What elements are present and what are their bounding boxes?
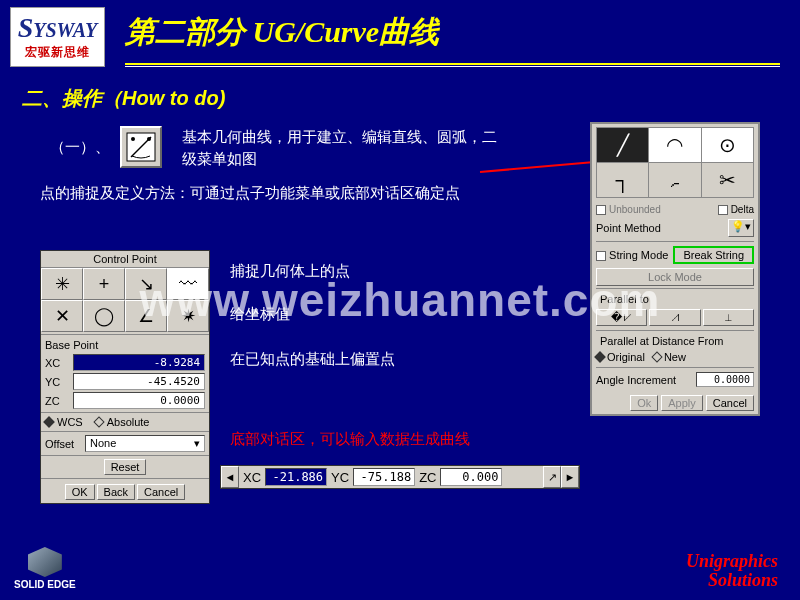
logo-top: SYSWAY: [18, 12, 98, 44]
page-title: 第二部分 UG/Curve曲线: [125, 6, 790, 63]
basic-curve-icon[interactable]: [120, 126, 162, 168]
snap-burst-icon[interactable]: ✳: [41, 268, 83, 300]
coord-tool-icon[interactable]: ↗: [543, 466, 561, 488]
zc-input[interactable]: 0.0000: [73, 392, 205, 409]
cb-zc-label: ZC: [415, 470, 440, 485]
solid-edge-label: SOLID EDGE: [14, 579, 76, 590]
parallel-zc-button[interactable]: ⟂: [703, 309, 754, 326]
coord-left-arrow-icon[interactable]: ◄: [221, 466, 239, 488]
absolute-radio-icon[interactable]: [93, 416, 104, 427]
solid-edge-logo: SOLID EDGE: [14, 547, 76, 590]
bulb-icon[interactable]: 💡▾: [728, 219, 754, 237]
unbounded-label: Unbounded: [609, 204, 661, 215]
r-apply-button[interactable]: Apply: [661, 395, 703, 411]
snap-plus-icon[interactable]: +: [83, 268, 125, 300]
line-arc-icon: [126, 132, 156, 162]
snap-curve-icon[interactable]: 〰: [167, 268, 209, 300]
line-type-icon[interactable]: ╱: [597, 128, 648, 162]
circle-type-icon[interactable]: ⊙: [702, 128, 753, 162]
new-radio[interactable]: New: [653, 351, 686, 363]
fillet-type-icon[interactable]: ⦧: [649, 163, 700, 197]
parallel-dist-label: Parallel at Distance From: [596, 333, 754, 349]
original-radio[interactable]: Original: [596, 351, 645, 363]
parallel-to-label: Parallel to: [596, 291, 754, 307]
cb-yc-input[interactable]: -75.188: [353, 468, 415, 486]
snap-endpoint-icon[interactable]: ↘: [125, 268, 167, 300]
snap-star-icon[interactable]: ✷: [167, 300, 209, 332]
coord-right-arrow-icon[interactable]: ►: [561, 466, 579, 488]
string-mode-checkbox[interactable]: [596, 251, 606, 261]
wcs-label[interactable]: WCS: [57, 416, 83, 428]
parallel-xc-button[interactable]: �⩗: [596, 309, 647, 326]
r-ok-button[interactable]: Ok: [630, 395, 658, 411]
logo-bottom: 宏驱新思维: [25, 44, 90, 61]
watermark: www.weizhuannet.com: [140, 273, 661, 327]
point-method-label: Point Method: [596, 222, 661, 234]
line-type-grid: ╱ ◠ ⊙ ┐ ⦧ ✂: [596, 127, 754, 198]
arc-type-icon[interactable]: ◠: [649, 128, 700, 162]
svg-point-1: [131, 137, 135, 141]
chevron-down-icon: ▾: [194, 437, 200, 450]
yc-input[interactable]: -45.4520: [73, 373, 205, 390]
back-button[interactable]: Back: [97, 484, 135, 500]
xc-input[interactable]: -8.9284: [73, 354, 205, 371]
offset-dropdown[interactable]: None▾: [85, 435, 205, 452]
unbounded-checkbox[interactable]: [596, 205, 606, 215]
logo-box: SYSWAY 宏驱新思维: [10, 7, 105, 67]
lock-mode-button[interactable]: Lock Mode: [596, 268, 754, 286]
angle-inc-input[interactable]: 0.0000: [696, 372, 754, 387]
angle-inc-label: Angle Increment: [596, 374, 676, 386]
trim-type-icon[interactable]: ┐: [597, 163, 648, 197]
ann-bottom-dialog: 底部对话区，可以输入数据生成曲线: [230, 430, 470, 449]
delta-checkbox[interactable]: [718, 205, 728, 215]
item-one-label: （一）、: [50, 126, 110, 157]
cb-xc-label: XC: [239, 470, 265, 485]
xc-label: XC: [45, 357, 69, 369]
ok-button[interactable]: OK: [65, 484, 95, 500]
chamfer-type-icon[interactable]: ✂: [702, 163, 753, 197]
ann-offset: 在已知点的基础上偏置点: [230, 350, 395, 369]
control-point-dialog: Control Point ✳ + ↘ 〰 ✕ ◯ ∠ ✷ Base Point…: [40, 250, 210, 504]
break-string-button[interactable]: Break String: [673, 246, 754, 264]
ann-coord: 给坐标值: [230, 305, 290, 324]
cube-icon: [28, 547, 62, 577]
snap-angle-icon[interactable]: ∠: [125, 300, 167, 332]
absolute-label[interactable]: Absolute: [107, 416, 150, 428]
delta-label: Delta: [731, 204, 754, 215]
base-point-label: Base Point: [41, 337, 209, 353]
ann-snap-point: 捕捉几何体上的点: [230, 262, 350, 281]
reset-button[interactable]: Reset: [104, 459, 147, 475]
line-options-dialog: ╱ ◠ ⊙ ┐ ⦧ ✂ Unbounded Delta Point Method…: [590, 122, 760, 416]
string-mode-label: String Mode: [609, 249, 668, 261]
unigraphics-brand: Unigraphics Solutions: [686, 552, 778, 590]
offset-label: Offset: [45, 438, 81, 450]
cb-xc-input[interactable]: -21.886: [265, 468, 327, 486]
coord-bar: ◄ XC -21.886 YC -75.188 ZC 0.000 ↗ ►: [220, 465, 580, 489]
title-rule-2: [125, 66, 780, 67]
zc-label: ZC: [45, 395, 69, 407]
cancel-button[interactable]: Cancel: [137, 484, 185, 500]
parallel-yc-button[interactable]: ⩘: [649, 309, 700, 326]
title-rule: [125, 63, 780, 65]
cb-yc-label: YC: [327, 470, 353, 485]
cb-zc-input[interactable]: 0.000: [440, 468, 502, 486]
yc-label: YC: [45, 376, 69, 388]
wcs-radio-icon[interactable]: [43, 416, 54, 427]
cp-title: Control Point: [41, 251, 209, 268]
cp-snap-grid: ✳ + ↘ 〰 ✕ ◯ ∠ ✷: [41, 268, 209, 332]
snap-arc-icon[interactable]: ◯: [83, 300, 125, 332]
snap-intersect-icon[interactable]: ✕: [41, 300, 83, 332]
r-cancel-button[interactable]: Cancel: [706, 395, 754, 411]
section-subtitle: 二、操作（How to do): [22, 85, 800, 112]
item-one-desc: 基本几何曲线，用于建立、编辑直线、圆弧，二级菜单如图: [182, 126, 502, 170]
